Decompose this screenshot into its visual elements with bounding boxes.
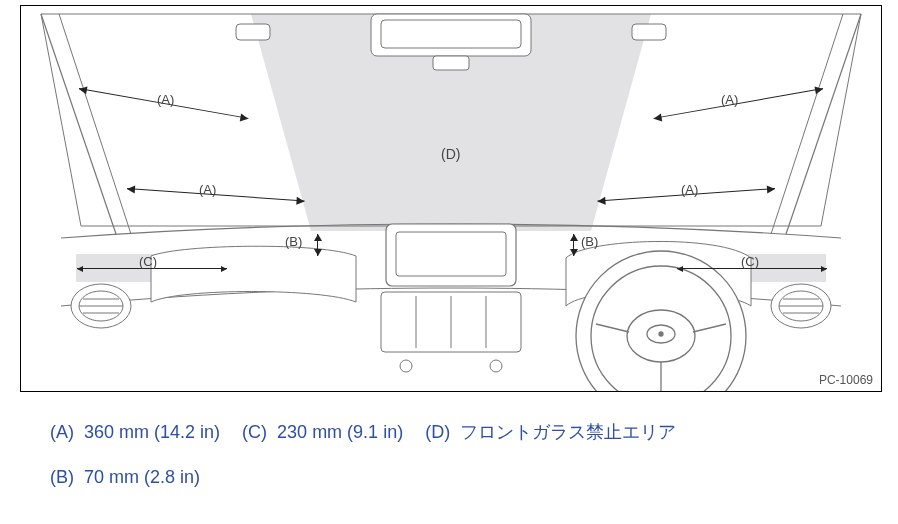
label-A: (A) [681, 182, 698, 197]
legend: (A) 360 mm (14.2 in) (C) 230 mm (9.1 in)… [50, 420, 888, 510]
label-A: (A) [157, 92, 174, 107]
label-A: (A) [721, 92, 738, 107]
svg-rect-5 [433, 56, 469, 70]
legend-row-1: (A) 360 mm (14.2 in) (C) 230 mm (9.1 in)… [50, 420, 888, 445]
legend-text: 360 mm (14.2 in) [84, 422, 220, 442]
legend-item-A: (A) 360 mm (14.2 in) [50, 420, 220, 445]
svg-rect-6 [236, 24, 270, 40]
svg-rect-7 [632, 24, 666, 40]
legend-key: (D) [425, 422, 450, 442]
legend-text: フロントガラス禁止エリア [460, 422, 676, 442]
figure-code: PC-10069 [819, 373, 873, 387]
label-C: (C) [139, 254, 157, 269]
legend-item-D: (D) フロントガラス禁止エリア [425, 420, 676, 445]
svg-point-15 [490, 360, 502, 372]
legend-text: 230 mm (9.1 in) [277, 422, 403, 442]
label-D: (D) [441, 146, 460, 162]
label-C: (C) [741, 254, 759, 269]
legend-item-B: (B) 70 mm (2.8 in) [50, 465, 200, 490]
dashboard-diagram: (A) (A) (A) (A) (B) (B) (C) (C) (D) PC-1… [20, 5, 882, 392]
svg-rect-4 [381, 20, 521, 48]
dim-B-left [317, 234, 318, 256]
svg-point-14 [400, 360, 412, 372]
legend-key: (C) [242, 422, 267, 442]
legend-row-2: (B) 70 mm (2.8 in) [50, 465, 888, 490]
legend-text: 70 mm (2.8 in) [84, 467, 200, 487]
diagram-svg [21, 6, 881, 391]
label-A: (A) [199, 182, 216, 197]
dim-B-right [573, 234, 574, 256]
label-B: (B) [581, 234, 598, 249]
svg-point-30 [659, 332, 663, 336]
label-B: (B) [285, 234, 302, 249]
legend-key: (B) [50, 467, 74, 487]
legend-item-C: (C) 230 mm (9.1 in) [242, 420, 403, 445]
legend-key: (A) [50, 422, 74, 442]
svg-rect-9 [396, 232, 506, 276]
